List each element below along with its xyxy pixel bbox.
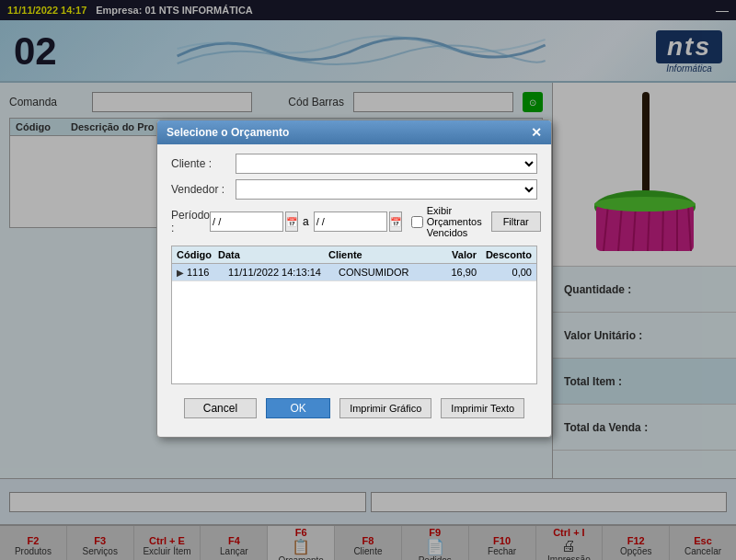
- row-desconto: 0,00: [477, 267, 532, 278]
- row-cliente: CONSUMIDOR: [339, 267, 426, 278]
- modal-periodo-row: Período : 📅 a 📅 Exibir Orçamentos Vencid…: [171, 205, 537, 238]
- modal-periodo-label: Período :: [171, 209, 210, 234]
- row-data: 11/11/2022 14:13:14: [228, 267, 339, 278]
- modal-filtrar-button[interactable]: Filtrar: [491, 211, 541, 232]
- row-valor: 16,90: [426, 267, 477, 278]
- row-codigo: 1116: [187, 267, 228, 278]
- modal-col-desconto: Desconto: [477, 249, 532, 260]
- modal-ok-button[interactable]: OK: [266, 398, 330, 418]
- modal-body: Cliente : Vendedor : Período : 📅 a 📅 Exi…: [157, 144, 551, 437]
- modal-exibir-checkbox[interactable]: [411, 216, 423, 228]
- modal-cliente-row: Cliente :: [171, 154, 537, 174]
- modal-periodo-to[interactable]: [314, 211, 387, 232]
- modal-cancel-button[interactable]: Cancel: [184, 398, 257, 418]
- modal-vendedor-label: Vendedor :: [171, 183, 236, 196]
- modal-col-codigo: Código: [177, 249, 218, 260]
- modal-close-button[interactable]: ✕: [531, 125, 542, 140]
- modal-periodo-from[interactable]: [210, 211, 283, 232]
- modal-table-header: Código Data Cliente Valor Desconto: [172, 246, 536, 264]
- modal-periodo-from-cal[interactable]: 📅: [285, 211, 298, 232]
- modal-print-grafico-button[interactable]: Imprimir Gráfico: [339, 398, 431, 418]
- modal-cliente-label: Cliente :: [171, 157, 236, 170]
- row-arrow: ▶: [177, 268, 184, 278]
- modal-vendedor-row: Vendedor :: [171, 179, 537, 200]
- modal-cliente-select[interactable]: [236, 154, 537, 174]
- modal-title-bar: Selecione o Orçamento ✕: [157, 120, 551, 144]
- modal-title: Selecione o Orçamento: [167, 126, 289, 139]
- modal-table: Código Data Cliente Valor Desconto ▶ 111…: [171, 246, 537, 384]
- modal-periodo-sep: a: [303, 215, 309, 228]
- modal-exibir-label[interactable]: Exibir Orçamentos Vencidos: [411, 205, 482, 238]
- table-row[interactable]: ▶ 1116 11/11/2022 14:13:14 CONSUMIDOR 16…: [172, 264, 536, 281]
- modal-dialog: Selecione o Orçamento ✕ Cliente : Vended…: [156, 120, 552, 438]
- modal-vendedor-select[interactable]: [236, 179, 537, 200]
- modal-col-valor: Valor: [426, 249, 477, 260]
- modal-print-texto-button[interactable]: Imprimir Texto: [441, 398, 524, 418]
- modal-overlay: Selecione o Orçamento ✕ Cliente : Vended…: [0, 0, 736, 560]
- modal-periodo-to-cal[interactable]: 📅: [389, 211, 402, 232]
- modal-table-body: ▶ 1116 11/11/2022 14:13:14 CONSUMIDOR 16…: [172, 264, 536, 383]
- modal-col-data: Data: [218, 249, 328, 260]
- modal-col-cliente: Cliente: [328, 249, 426, 260]
- modal-buttons: Cancel OK Imprimir Gráfico Imprimir Text…: [171, 394, 537, 428]
